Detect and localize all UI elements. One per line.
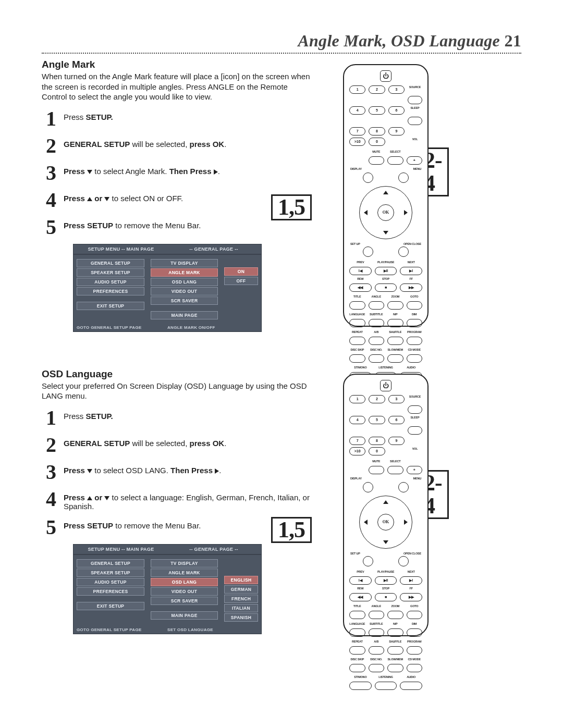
program-button[interactable] xyxy=(407,646,423,655)
ff-button[interactable]: ▶▶ xyxy=(400,593,422,601)
source-button[interactable] xyxy=(408,405,422,414)
num-5-button[interactable]: 5 xyxy=(369,106,385,115)
open-close-button[interactable] xyxy=(398,556,409,566)
ff-button[interactable]: ▶▶ xyxy=(400,283,422,292)
num-8-button[interactable]: 8 xyxy=(369,127,385,135)
stop-button[interactable]: ■ xyxy=(375,283,397,292)
num-9-button[interactable]: 9 xyxy=(388,437,405,445)
language-button[interactable] xyxy=(349,628,365,637)
num-8-button[interactable]: 8 xyxy=(369,437,385,445)
sleep-button[interactable] xyxy=(408,117,422,125)
angle-button[interactable] xyxy=(369,611,385,619)
shuffle-button[interactable] xyxy=(387,646,403,655)
setup-button[interactable] xyxy=(363,246,373,257)
next-button[interactable]: ▶I xyxy=(400,576,422,585)
st-mono-button[interactable] xyxy=(349,682,372,690)
sleep-button[interactable] xyxy=(408,426,422,435)
num-0-button[interactable]: 0 xyxy=(369,447,385,455)
nav-down-icon[interactable] xyxy=(383,231,388,235)
program-button[interactable] xyxy=(407,337,423,345)
play-pause-button[interactable]: ▶II xyxy=(375,576,397,585)
power-button[interactable] xyxy=(380,70,391,82)
a-b-button[interactable] xyxy=(369,646,385,655)
num-4-button[interactable]: 4 xyxy=(349,416,365,424)
shuffle-button[interactable] xyxy=(387,337,403,345)
num-2-button[interactable]: 2 xyxy=(369,395,385,403)
nav-left-icon[interactable] xyxy=(364,210,368,215)
subtitle-button[interactable] xyxy=(369,628,385,637)
cd-mode-button[interactable] xyxy=(407,664,423,672)
num-10plus-button[interactable]: >10 xyxy=(349,447,365,455)
cd-mode-button[interactable] xyxy=(407,354,423,363)
listening-button[interactable] xyxy=(375,682,397,690)
select-button[interactable] xyxy=(387,466,403,474)
disc-skip-button[interactable] xyxy=(349,664,365,672)
num-7-button[interactable]: 7 xyxy=(349,127,365,135)
disc-skip-button[interactable] xyxy=(349,354,365,363)
stop-button[interactable]: ■ xyxy=(375,593,397,601)
n-p-button[interactable] xyxy=(387,628,403,637)
select-button[interactable] xyxy=(387,156,403,165)
zoom-button[interactable] xyxy=(387,301,403,310)
num-6-button[interactable]: 6 xyxy=(388,106,405,115)
num-6-button[interactable]: 6 xyxy=(388,416,405,424)
power-button[interactable] xyxy=(380,380,391,391)
prev-button[interactable]: I◀ xyxy=(349,576,372,585)
num-3-button[interactable]: 3 xyxy=(388,85,405,94)
prev-button[interactable]: I◀ xyxy=(349,267,372,275)
num-1-button[interactable]: 1 xyxy=(349,395,365,403)
nav-left-icon[interactable] xyxy=(364,520,368,525)
menu-button[interactable] xyxy=(398,172,409,183)
num-2-button[interactable]: 2 xyxy=(369,85,385,94)
repeat-button[interactable] xyxy=(349,646,365,655)
nav-right-icon[interactable] xyxy=(404,520,408,525)
num-4-button[interactable]: 4 xyxy=(349,106,365,115)
slow-mem-button[interactable] xyxy=(387,664,403,672)
source-button[interactable] xyxy=(408,96,422,104)
num-9-button[interactable]: 9 xyxy=(388,127,405,135)
next-button[interactable]: ▶I xyxy=(400,267,422,275)
repeat-button[interactable] xyxy=(349,337,365,345)
num-10plus-button[interactable]: >10 xyxy=(349,138,365,146)
menu-button[interactable] xyxy=(398,482,409,492)
dim-button[interactable] xyxy=(407,319,423,327)
nav-up-icon[interactable] xyxy=(383,191,388,194)
num-1-button[interactable]: 1 xyxy=(349,85,365,94)
play-pause-button[interactable]: ▶II xyxy=(375,267,397,275)
title-button[interactable] xyxy=(349,301,365,310)
display-button[interactable] xyxy=(363,482,373,492)
nav-up-icon[interactable] xyxy=(383,500,388,504)
num-5-button[interactable]: 5 xyxy=(369,416,385,424)
n-p-button[interactable] xyxy=(387,319,403,327)
nav-pad[interactable]: OK xyxy=(359,496,412,549)
nav-right-icon[interactable] xyxy=(404,210,408,215)
title-button[interactable] xyxy=(349,611,365,619)
vol-button[interactable]: + xyxy=(407,466,423,474)
num-3-button[interactable]: 3 xyxy=(388,395,405,403)
mute-button[interactable] xyxy=(369,466,385,474)
rew-button[interactable]: ◀◀ xyxy=(349,593,372,601)
vol-button[interactable]: + xyxy=(407,156,423,165)
language-button[interactable] xyxy=(349,319,365,327)
ok-button[interactable]: OK xyxy=(377,204,394,221)
setup-button[interactable] xyxy=(363,556,373,566)
ok-button[interactable]: OK xyxy=(377,514,394,530)
goto-button[interactable] xyxy=(407,611,423,619)
disc-no--button[interactable] xyxy=(369,664,385,672)
audio-button[interactable] xyxy=(400,682,422,690)
dim-button[interactable] xyxy=(407,628,423,637)
nav-pad[interactable]: OK xyxy=(359,186,412,239)
zoom-button[interactable] xyxy=(387,611,403,619)
nav-down-icon[interactable] xyxy=(383,540,388,544)
mute-button[interactable] xyxy=(369,156,385,165)
subtitle-button[interactable] xyxy=(369,319,385,327)
goto-button[interactable] xyxy=(407,301,423,310)
a-b-button[interactable] xyxy=(369,337,385,345)
rew-button[interactable]: ◀◀ xyxy=(349,283,372,292)
angle-button[interactable] xyxy=(369,301,385,310)
disc-no--button[interactable] xyxy=(369,354,385,363)
num-7-button[interactable]: 7 xyxy=(349,437,365,445)
display-button[interactable] xyxy=(363,172,373,183)
num-0-button[interactable]: 0 xyxy=(369,138,385,146)
open-close-button[interactable] xyxy=(398,246,409,257)
